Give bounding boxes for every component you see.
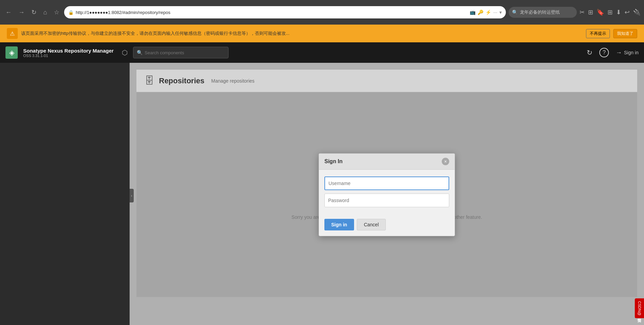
password-input[interactable]: [324, 194, 449, 207]
app-title-area: Sonatype Nexus Repository Manager OSS 3.…: [23, 48, 114, 58]
content-background: able as you are not logged in Sorry you …: [136, 92, 637, 297]
signin-cancel-button[interactable]: Cancel: [357, 219, 386, 230]
app-title: Sonatype Nexus Repository Manager: [23, 48, 114, 54]
content-area: 🗄 Repositories Manage repositories able …: [130, 63, 644, 325]
search-bar[interactable]: 🔍: [133, 47, 229, 58]
signin-modal-header: Sign In ×: [319, 154, 455, 170]
signin-modal-title: Sign In: [324, 158, 342, 165]
app-subtitle: OSS 3.31.1-01: [23, 54, 114, 58]
page-subtitle: Manage repositories: [211, 78, 254, 84]
browser-search-text: 龙年必备的转运壁纸: [520, 9, 560, 15]
signin-modal-body: [319, 170, 455, 216]
lock-icon: 🔒: [68, 10, 74, 15]
search-icon: 🔍: [137, 50, 143, 55]
bookmark-button[interactable]: ☆: [52, 7, 61, 17]
lightning-icon: ⚡: [485, 10, 491, 15]
browse-icon[interactable]: ⬡: [122, 48, 128, 57]
sidebar-toggle[interactable]: ‹: [130, 189, 134, 202]
key-icon: 🔑: [478, 10, 483, 15]
cast-icon: 📺: [470, 10, 475, 15]
sign-in-button[interactable]: → Sign in: [616, 49, 639, 56]
acknowledge-warning-button[interactable]: 我知道了: [613, 29, 637, 38]
chevron-down-icon[interactable]: ▾: [499, 10, 502, 15]
repositories-icon: 🗄: [145, 75, 154, 86]
app-header: ◈ Sonatype Nexus Repository Manager OSS …: [0, 42, 644, 63]
bookmark2-icon[interactable]: 🔖: [597, 9, 604, 16]
security-warning-bar: ⚠ 该页面采用不加密的http传输协议，与你建立的连接不安全，请勿在页面内输入任…: [0, 25, 644, 42]
download-icon[interactable]: ⬇: [616, 9, 621, 16]
refresh-button[interactable]: ↻: [29, 7, 39, 17]
extension-icon[interactable]: 🔌: [633, 9, 641, 16]
help-icon[interactable]: ?: [599, 48, 609, 57]
search-input[interactable]: [145, 50, 225, 55]
sign-in-icon: →: [616, 49, 622, 56]
app-logo: ◈: [5, 46, 18, 59]
header-actions: ↻ ? → Sign in: [587, 48, 639, 57]
sidebar: ‹: [0, 63, 130, 325]
back-button[interactable]: ←: [3, 8, 14, 17]
page-header: 🗄 Repositories Manage repositories: [136, 70, 637, 92]
warning-text: 该页面采用不加密的http传输协议，与你建立的连接不安全，请勿在页面内输入任何敏…: [21, 30, 583, 37]
refresh-icon[interactable]: ↻: [587, 48, 592, 57]
grid-icon[interactable]: ⊞: [608, 9, 613, 16]
modal-overlay: Sign In × Sign in Cancel: [136, 92, 637, 297]
signin-close-button[interactable]: ×: [442, 158, 449, 165]
translate-icon[interactable]: ⊞: [588, 9, 593, 16]
page-title: Repositories: [159, 76, 204, 85]
dismiss-warning-button[interactable]: 不再提示: [586, 29, 610, 38]
home-button[interactable]: ⌂: [41, 8, 49, 17]
signin-submit-button[interactable]: Sign in: [324, 219, 354, 230]
undo-icon[interactable]: ↩: [625, 9, 630, 16]
search-icon: 🔍: [512, 10, 518, 15]
nexus-logo-icon: ◈: [9, 48, 14, 57]
browser-chrome: ← → ↻ ⌂ ☆ 🔒 http://1●●●●●●●1:8082/#admin…: [0, 0, 644, 25]
close-icon: ×: [444, 159, 447, 164]
url-text: http://1●●●●●●●1:8082/#admin/repository/…: [76, 10, 468, 15]
forward-button[interactable]: →: [16, 8, 27, 17]
warning-icon: ⚠: [7, 28, 18, 39]
url-bar[interactable]: 🔒 http://1●●●●●●●1:8082/#admin/repositor…: [64, 6, 506, 18]
scissors-icon[interactable]: ✂: [580, 9, 585, 16]
browser-search-bar[interactable]: 🔍 龙年必备的转运壁纸: [509, 7, 577, 18]
username-input[interactable]: [324, 176, 449, 190]
csdn-badge: CSDN@艾文伯特: [635, 298, 644, 318]
signin-modal: Sign In × Sign in Cancel: [319, 153, 455, 236]
browser-toolbar: ✂ ⊞ 🔖 ⊞ ⬇ ↩ 🔌: [580, 9, 641, 16]
sign-in-label: Sign in: [624, 50, 639, 55]
signin-modal-footer: Sign in Cancel: [319, 216, 455, 236]
main-layout: ‹ 🗄 Repositories Manage repositories abl…: [0, 63, 644, 325]
more-icon[interactable]: ···: [493, 10, 497, 15]
